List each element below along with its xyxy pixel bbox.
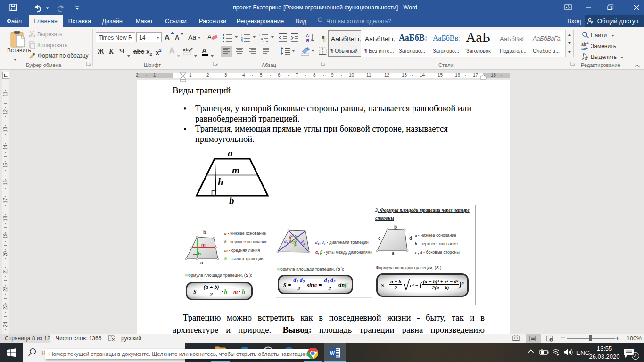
svg-text:W: W [330,350,335,356]
svg-text:i: i [263,40,264,42]
svg-text:1: 1 [259,33,261,37]
svg-text:3: 3 [241,40,243,42]
svg-text:Я: Я [306,38,309,42]
svg-text:1: 1 [241,33,243,37]
svg-text:ab: ab [183,47,189,52]
svg-text:a: a [261,37,263,40]
svg-text:A: A [207,33,212,41]
svg-text:А: А [306,33,309,38]
svg-text:4: 4 [634,353,637,360]
svg-text:ac: ac [581,46,586,50]
svg-text:¶: ¶ [322,34,326,42]
